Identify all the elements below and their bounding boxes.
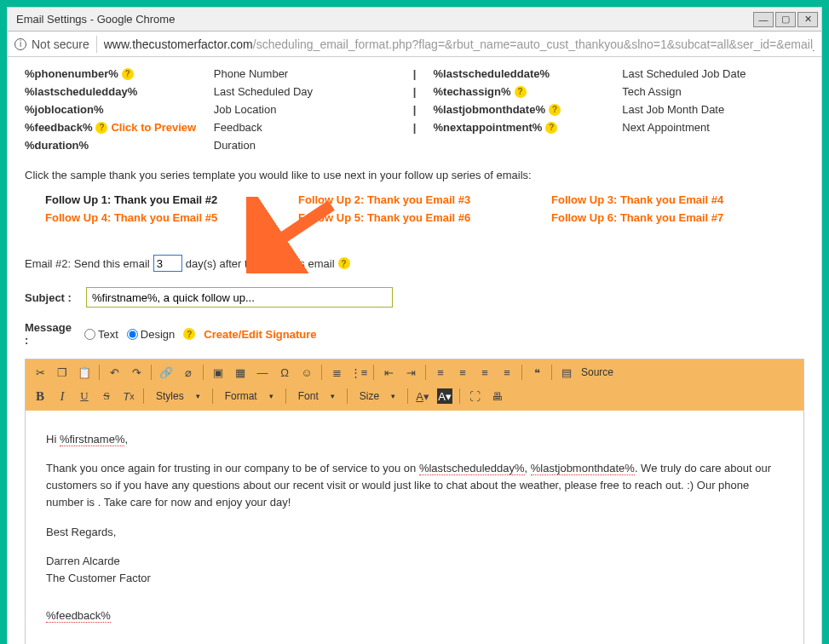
align-right-icon[interactable]: ≡ <box>477 365 492 380</box>
editor-toolbar-row2: B I U S Tx Styles▾ Format▾ Font▾ Size▾ A… <box>26 385 803 411</box>
paste-icon[interactable]: 📋 <box>77 365 92 380</box>
redo-icon[interactable]: ↷ <box>129 365 144 380</box>
underline-button[interactable]: U <box>77 388 92 404</box>
followup-5[interactable]: Follow Up 5: Thank you Email #6 <box>298 211 551 224</box>
cut-icon[interactable]: ✂ <box>32 365 48 380</box>
image-icon[interactable]: ▣ <box>210 365 226 380</box>
source-label[interactable]: Source <box>581 366 613 378</box>
separator <box>521 365 522 380</box>
help-icon[interactable]: ? <box>338 257 350 269</box>
separator <box>407 388 408 404</box>
copy-icon[interactable]: ❐ <box>55 365 70 380</box>
create-signature-link[interactable]: Create/Edit Signature <box>204 328 316 341</box>
remove-format-button[interactable]: Tx <box>121 388 136 404</box>
radio-design-input[interactable] <box>127 329 138 340</box>
token: %lastjobmonthdate% <box>434 103 545 116</box>
token: %phonenumber% <box>25 67 118 80</box>
align-left-icon[interactable]: ≡ <box>433 365 448 380</box>
size-combo[interactable]: Size▾ <box>354 390 400 402</box>
close-button[interactable]: ✕ <box>797 12 818 27</box>
help-icon[interactable]: ? <box>545 122 557 134</box>
token-desc: Last Scheduled Job Date <box>622 67 804 80</box>
followup-2[interactable]: Follow Up 2: Thank you Email #3 <box>298 193 551 206</box>
page-content: %phonenumber% ? Phone Number | %lastsche… <box>8 57 821 644</box>
special-char-icon[interactable]: Ω <box>277 365 292 380</box>
separator <box>96 36 97 53</box>
token: %techassign% <box>434 85 511 98</box>
maximize-icon[interactable]: ⛶ <box>467 388 482 404</box>
chevron-down-icon: ▾ <box>391 392 395 400</box>
help-icon[interactable]: ? <box>183 328 195 340</box>
radio-design[interactable]: Design <box>127 328 175 341</box>
font-combo[interactable]: Font▾ <box>293 390 340 402</box>
maximize-button[interactable]: ▢ <box>775 12 796 27</box>
preview-link[interactable]: Click to Preview <box>111 121 196 134</box>
send-suffix: day(s) after the previous email <box>186 257 335 270</box>
styles-combo[interactable]: Styles▾ <box>151 390 205 402</box>
security-text: Not secure <box>32 37 89 51</box>
help-icon[interactable]: ? <box>549 104 561 116</box>
italic-button[interactable]: I <box>55 388 70 404</box>
message-row: Message : Text Design ? Create/Edit Sign… <box>25 321 804 347</box>
bg-color-button[interactable]: A▾ <box>437 388 452 404</box>
emoji-icon[interactable]: ☺ <box>299 365 314 380</box>
token-desc: Last Scheduled Day <box>214 85 396 98</box>
email-feedback-token: %feedback% <box>46 607 783 624</box>
security-indicator[interactable]: i Not secure <box>14 37 89 51</box>
divider: | <box>403 85 427 98</box>
titlebar: Email Settings - Google Chrome — ▢ ✕ <box>8 8 821 32</box>
indent-icon[interactable]: ⇥ <box>403 365 418 380</box>
followup-3[interactable]: Follow Up 3: Thank you Email #4 <box>551 193 804 206</box>
radio-text-input[interactable] <box>84 329 95 340</box>
followup-6[interactable]: Follow Up 6: Thank you Email #7 <box>551 211 804 224</box>
hr-icon[interactable]: ― <box>255 365 270 380</box>
blockquote-icon[interactable]: ❝ <box>529 365 544 380</box>
separator <box>551 365 552 380</box>
info-icon: i <box>14 38 26 50</box>
strike-button[interactable]: S <box>99 388 114 404</box>
link-icon[interactable]: 🔗 <box>158 365 174 380</box>
editor-body[interactable]: Hi %firstname%, Thank you once again for… <box>26 411 803 644</box>
unlink-icon[interactable]: ⌀ <box>181 365 196 380</box>
followup-4[interactable]: Follow Up 4: Thank you Email #5 <box>45 211 298 224</box>
editor-toolbar-row1: ✂ ❐ 📋 ↶ ↷ 🔗 ⌀ ▣ ▦ ― Ω ☺ ≣ ⋮≡ ⇤ ⇥ <box>26 359 803 385</box>
minimize-button[interactable]: — <box>753 12 774 27</box>
send-prefix: Email #2: Send this email <box>25 257 150 270</box>
url-display[interactable]: www.thecustomerfactor.com/scheduling_ema… <box>104 37 815 51</box>
followup-links: Follow Up 1: Thank you Email #2 Follow U… <box>45 193 804 224</box>
bold-button[interactable]: B <box>32 388 48 404</box>
align-justify-icon[interactable]: ≡ <box>499 365 515 380</box>
undo-icon[interactable]: ↶ <box>107 365 122 380</box>
subject-input[interactable] <box>86 287 393 308</box>
help-icon[interactable]: ? <box>515 86 527 98</box>
divider: | <box>403 67 427 80</box>
separator <box>143 388 144 404</box>
align-center-icon[interactable]: ≡ <box>455 365 470 380</box>
source-icon[interactable]: ▤ <box>559 365 574 380</box>
radio-text[interactable]: Text <box>84 328 118 341</box>
token: %nextappointment% <box>434 121 543 134</box>
text-color-button[interactable]: A▾ <box>415 388 430 404</box>
chevron-down-icon: ▾ <box>331 392 335 400</box>
numbered-list-icon[interactable]: ≣ <box>329 365 344 380</box>
days-input[interactable] <box>153 255 182 272</box>
print-icon[interactable]: 🖶 <box>489 388 504 404</box>
email-regards: Best Regards, <box>46 524 783 541</box>
token: %joblocation% <box>25 103 103 116</box>
separator <box>203 365 204 380</box>
send-delay-row: Email #2: Send this email day(s) after t… <box>25 255 804 272</box>
format-combo[interactable]: Format▾ <box>220 390 279 402</box>
token: %lastscheduledday% <box>25 85 137 98</box>
followup-1[interactable]: Follow Up 1: Thank you Email #2 <box>45 193 298 206</box>
email-body-para: Thank you once again for trusting in our… <box>46 460 783 511</box>
separator <box>321 365 322 380</box>
help-icon[interactable]: ? <box>95 122 107 134</box>
help-icon[interactable]: ? <box>122 68 134 80</box>
outdent-icon[interactable]: ⇤ <box>381 365 396 380</box>
bullet-list-icon[interactable]: ⋮≡ <box>351 365 366 380</box>
separator <box>347 388 348 404</box>
url-path: /scheduling_email_format.php?flag=&rbut_… <box>253 37 815 51</box>
separator <box>459 388 460 404</box>
token: %duration% <box>25 139 89 152</box>
table-icon[interactable]: ▦ <box>233 365 248 380</box>
